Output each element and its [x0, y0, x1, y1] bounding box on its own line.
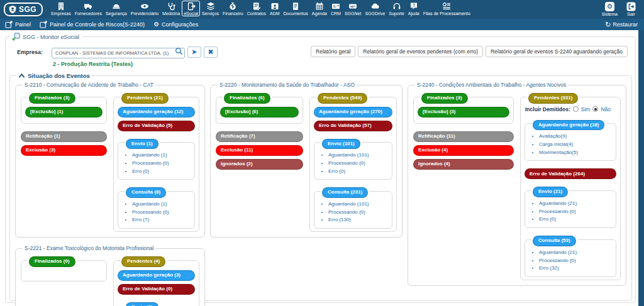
- radio-nao[interactable]: [592, 106, 598, 112]
- nav-item-suporte[interactable]: Suporte: [387, 1, 406, 16]
- retificacao-bar: Retificação (1): [21, 131, 107, 142]
- nav-item-empresas[interactable]: Empresas: [49, 1, 73, 16]
- pendentes-badge: Pendentes (549): [318, 93, 367, 104]
- finalizados-badge: Finalizados (0): [29, 256, 75, 267]
- nav-item-sair[interactable]: Sair: [625, 1, 638, 17]
- top-navbar: SGG Empresas Fornecedores Segurança Prev…: [0, 0, 644, 19]
- building-icon: [57, 2, 65, 11]
- nav-item-filas-processamento[interactable]: Filas de Processamento: [421, 1, 472, 16]
- window-arrow-icon: [40, 21, 47, 28]
- search-icon[interactable]: [175, 47, 183, 55]
- nav-item-contratos[interactable]: Contratos: [245, 1, 268, 16]
- consulta-erro: Erro (32): [539, 265, 612, 273]
- exclusao-bar: Exclusão (3): [21, 145, 107, 156]
- finalizados-badge: Finalizados (6): [224, 93, 270, 104]
- toolbar-item-painel[interactable]: Painel: [5, 21, 31, 28]
- aguardando-geracao-bar: Aguardando geração (270): [314, 107, 392, 117]
- panel-s2221: S-2221 - Exame Toxicológico do Motorista…: [15, 245, 205, 306]
- nav-item-previdenciario[interactable]: Previdenciário: [129, 1, 160, 16]
- monitor-esocial-frame: SGG - Monitor eSocial Empresa: ➤ ✖ 2 - P…: [5, 33, 636, 303]
- gear-icon: ⚙: [605, 2, 614, 11]
- person-badge-icon: [270, 2, 279, 11]
- nav-item-ajuda[interactable]: ? Ajuda: [406, 1, 421, 16]
- report-buttons: Relatório geral Relatório geral de event…: [311, 46, 629, 57]
- envio-box: Envio (101) Aguardando (101) Processando…: [314, 136, 392, 180]
- nav-item-crm[interactable]: CRM: [329, 1, 343, 16]
- contract-pen-icon: [252, 2, 261, 11]
- carga-inicial-item: Carga Inicial(4): [539, 141, 612, 149]
- finalizados-badge: Finalizados (3): [421, 93, 468, 104]
- nav-item-esocial[interactable]: eSocial: [182, 1, 200, 16]
- empresa-input[interactable]: [52, 48, 185, 58]
- envio-processando: Processando (0): [328, 160, 388, 168]
- consulta-aguardando: Aguardando (1): [132, 200, 191, 209]
- nav-items: Empresas Fornecedores Segurança Previden…: [49, 1, 472, 16]
- clear-company-button[interactable]: ✖: [204, 46, 218, 58]
- exit-door-icon: [626, 2, 636, 11]
- envio-aguardando: Aguardando (1): [132, 151, 191, 160]
- situacao-eventos-section: Situação dos Eventos S-2210 - Comunicaçã…: [9, 72, 632, 301]
- envio-box: Envio (21) Aguardando (21) Processando (…: [525, 184, 616, 228]
- restore-icon: ↻: [605, 21, 611, 28]
- chevron-up-icon[interactable]: [18, 73, 25, 79]
- pendentes-badge: Pendentes (4): [121, 256, 165, 267]
- relatorio-s2240-aguardando-button[interactable]: Relatório geral de eventos S-2240 aguard…: [486, 46, 628, 57]
- relatorio-pendentes-erro-button[interactable]: Relatório geral de eventos pendentes (co…: [358, 46, 483, 57]
- envio-badge: Envio (1): [126, 302, 158, 306]
- nav-item-seguranca[interactable]: Segurança: [104, 1, 129, 16]
- envio-badge: Envio (101): [322, 139, 360, 150]
- panel-s2220: S-2220 - Monitoramento da Saúde do Traba…: [210, 82, 402, 238]
- nav-item-fornecedores[interactable]: Fornecedores: [73, 1, 104, 16]
- erro-validacao-bar: Erro de Validação (0): [118, 284, 195, 295]
- consulta-badge: Consulta (53): [533, 236, 576, 246]
- window-arrow-icon: [5, 21, 13, 28]
- nav-item-documentos[interactable]: Documentos: [282, 1, 310, 16]
- envio-processando: Processando (0): [539, 208, 612, 216]
- nav-item-sistema[interactable]: ⚙ Sistema: [600, 1, 619, 17]
- confirm-company-button[interactable]: ➤: [187, 46, 201, 58]
- pendentes-badge: Pendentes (21): [121, 93, 169, 104]
- incluir-demitidos-group: Incluir Demitidos: Sim Não: [525, 106, 616, 112]
- envio-box: Envio (1) Aguardando (1) Processando (0)…: [118, 300, 195, 306]
- finalizados-box: Finalizados (6) [Exclusão] (6): [216, 90, 303, 124]
- nav-item-financeiro[interactable]: Financeiro: [221, 1, 245, 16]
- nav-item-sggdrive[interactable]: SGGDrive: [363, 1, 387, 16]
- headset-icon: [392, 2, 401, 11]
- consulta-box: Consulta (8) Aguardando (1) Processando …: [118, 185, 195, 229]
- retificacao-bar: Retificação (7): [216, 131, 303, 142]
- aguardando-geracao-bar: Aguardando geração (3): [118, 270, 195, 281]
- calendar-icon: [315, 2, 324, 11]
- net-badge-text: NET: [350, 5, 356, 8]
- nav-right: ⚙ Sistema Sair: [600, 1, 640, 17]
- nav-item-agenda[interactable]: Agenda: [310, 1, 329, 16]
- nav-item-medicina[interactable]: Medicina: [160, 1, 182, 16]
- helmet-icon: [112, 2, 121, 11]
- restore-button[interactable]: ↻ Restaurar: [605, 21, 638, 28]
- nav-item-sggnet[interactable]: NET SGGNet: [343, 1, 363, 16]
- pendentes-box: Pendentes (549) Aguardando geração (270)…: [309, 90, 397, 232]
- aguardando-geracao-badge: Aguardando geração (18): [533, 120, 604, 131]
- relatorio-geral-button[interactable]: Relatório geral: [311, 46, 355, 57]
- gear-icon: ⚙: [153, 21, 159, 28]
- panel-s2210: S-2210 - Comunicação de Acidente de Trab…: [15, 82, 205, 238]
- toolbar-item-painel-riscos[interactable]: Painel de Controle de Riscos(S-2240): [40, 21, 145, 28]
- consulta-box: Consulta (231) Aguardando (101) Processa…: [314, 185, 392, 229]
- environment-label: 2 - Produção Restrita (Testes): [53, 61, 218, 67]
- consulta-badge: Consulta (231): [322, 187, 368, 198]
- radio-sim[interactable]: [573, 106, 579, 112]
- consulta-aguardando: Aguardando (21): [539, 249, 612, 257]
- door-arrow-icon: [187, 2, 196, 11]
- erro-validacao-bar: Erro de Validação (5): [118, 121, 195, 131]
- consulta-erro: Erro (130): [328, 216, 388, 224]
- app-logo[interactable]: SGG: [4, 3, 43, 16]
- radio-sim-label: Sim: [581, 106, 591, 112]
- consulta-processando: Processando (0): [539, 257, 612, 265]
- panel-title-s2220: S-2220 - Monitoramento da Saúde do Traba…: [218, 82, 357, 88]
- toolbar-item-configuracoes[interactable]: ⚙ Configurações: [153, 21, 198, 28]
- exclusao-bar: Exclusão (4): [413, 145, 514, 156]
- incluir-demitidos-label: Incluir Demitidos:: [525, 106, 570, 112]
- nav-item-servicos[interactable]: Serviços: [200, 1, 221, 16]
- window-edge-strip: [638, 30, 644, 306]
- nav-item-adm[interactable]: ADM: [268, 1, 282, 16]
- consulta-box: Consulta (53) Aguardando (21) Processand…: [525, 233, 616, 277]
